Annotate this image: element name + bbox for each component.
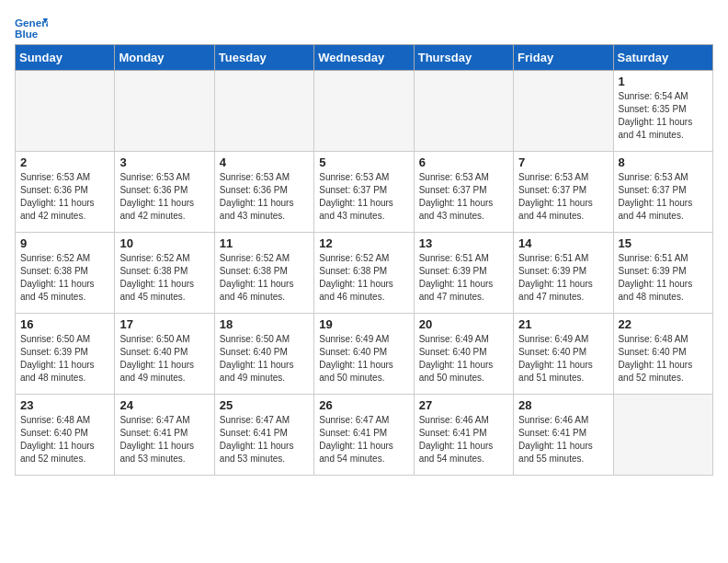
day-number: 22: [619, 317, 708, 331]
day-number: 2: [20, 155, 109, 169]
day-number: 15: [619, 236, 708, 250]
day-info: Sunrise: 6:54 AMSunset: 6:35 PMDaylight:…: [619, 90, 708, 142]
calendar-cell: 8Sunrise: 6:53 AMSunset: 6:37 PMDaylight…: [613, 152, 712, 233]
svg-text:Blue: Blue: [15, 28, 39, 40]
calendar-cell: 6Sunrise: 6:53 AMSunset: 6:37 PMDaylight…: [414, 152, 513, 233]
day-number: 28: [518, 398, 608, 412]
calendar-cell: 28Sunrise: 6:46 AMSunset: 6:41 PMDayligh…: [514, 395, 613, 476]
col-header-tuesday: Tuesday: [214, 45, 313, 71]
day-info: Sunrise: 6:50 AMSunset: 6:40 PMDaylight:…: [119, 333, 209, 385]
logo-icon: General Blue: [15, 15, 48, 40]
day-number: 6: [419, 155, 508, 169]
calendar-cell: 16Sunrise: 6:50 AMSunset: 6:39 PMDayligh…: [16, 314, 115, 395]
day-number: 4: [220, 155, 309, 169]
day-number: 19: [319, 317, 408, 331]
calendar-cell: 13Sunrise: 6:51 AMSunset: 6:39 PMDayligh…: [414, 233, 513, 314]
calendar-cell: 7Sunrise: 6:53 AMSunset: 6:37 PMDaylight…: [514, 152, 613, 233]
calendar-cell: 20Sunrise: 6:49 AMSunset: 6:40 PMDayligh…: [414, 314, 513, 395]
day-info: Sunrise: 6:46 AMSunset: 6:41 PMDaylight:…: [419, 414, 508, 465]
day-info: Sunrise: 6:47 AMSunset: 6:41 PMDaylight:…: [220, 414, 309, 465]
day-info: Sunrise: 6:49 AMSunset: 6:40 PMDaylight:…: [419, 333, 508, 385]
day-info: Sunrise: 6:51 AMSunset: 6:39 PMDaylight:…: [518, 252, 608, 304]
calendar-header-row: SundayMondayTuesdayWednesdayThursdayFrid…: [16, 45, 713, 71]
day-number: 18: [220, 317, 309, 331]
day-info: Sunrise: 6:49 AMSunset: 6:40 PMDaylight:…: [319, 333, 408, 385]
col-header-saturday: Saturday: [613, 45, 712, 71]
calendar-cell: 5Sunrise: 6:53 AMSunset: 6:37 PMDaylight…: [314, 152, 414, 233]
col-header-friday: Friday: [514, 45, 613, 71]
day-number: 27: [419, 398, 508, 412]
day-info: Sunrise: 6:51 AMSunset: 6:39 PMDaylight:…: [619, 252, 708, 304]
calendar-cell: 27Sunrise: 6:46 AMSunset: 6:41 PMDayligh…: [414, 395, 513, 476]
day-number: 1: [619, 75, 708, 88]
day-number: 5: [319, 155, 408, 169]
week-row-2: 2Sunrise: 6:53 AMSunset: 6:36 PMDaylight…: [16, 152, 713, 233]
week-row-1: 1Sunrise: 6:54 AMSunset: 6:35 PMDaylight…: [16, 71, 713, 152]
calendar-cell: [613, 395, 712, 476]
day-number: 17: [119, 317, 209, 331]
day-number: 11: [220, 236, 309, 250]
day-info: Sunrise: 6:52 AMSunset: 6:38 PMDaylight:…: [20, 252, 109, 304]
calendar-cell: 3Sunrise: 6:53 AMSunset: 6:36 PMDaylight…: [115, 152, 214, 233]
day-number: 24: [119, 398, 209, 412]
day-info: Sunrise: 6:46 AMSunset: 6:41 PMDaylight:…: [518, 414, 608, 465]
calendar-cell: [115, 71, 214, 152]
week-row-5: 23Sunrise: 6:48 AMSunset: 6:40 PMDayligh…: [16, 395, 713, 476]
day-info: Sunrise: 6:50 AMSunset: 6:39 PMDaylight:…: [20, 333, 109, 385]
day-number: 9: [20, 236, 109, 250]
calendar-table: SundayMondayTuesdayWednesdayThursdayFrid…: [15, 44, 713, 476]
day-info: Sunrise: 6:52 AMSunset: 6:38 PMDaylight:…: [319, 252, 408, 304]
calendar-cell: [514, 71, 613, 152]
day-number: 16: [20, 317, 109, 331]
calendar-cell: 10Sunrise: 6:52 AMSunset: 6:38 PMDayligh…: [115, 233, 214, 314]
day-number: 13: [419, 236, 508, 250]
day-info: Sunrise: 6:53 AMSunset: 6:36 PMDaylight:…: [220, 171, 309, 223]
col-header-wednesday: Wednesday: [314, 45, 414, 71]
calendar-cell: [314, 71, 414, 152]
day-info: Sunrise: 6:53 AMSunset: 6:37 PMDaylight:…: [319, 171, 408, 223]
calendar-cell: [16, 71, 115, 152]
day-number: 20: [419, 317, 508, 331]
day-info: Sunrise: 6:51 AMSunset: 6:39 PMDaylight:…: [419, 252, 508, 304]
day-info: Sunrise: 6:48 AMSunset: 6:40 PMDaylight:…: [619, 333, 708, 385]
page-header: General Blue: [15, 15, 713, 40]
day-info: Sunrise: 6:49 AMSunset: 6:40 PMDaylight:…: [518, 333, 608, 385]
calendar-cell: 22Sunrise: 6:48 AMSunset: 6:40 PMDayligh…: [613, 314, 712, 395]
col-header-sunday: Sunday: [16, 45, 115, 71]
day-info: Sunrise: 6:53 AMSunset: 6:37 PMDaylight:…: [419, 171, 508, 223]
day-info: Sunrise: 6:50 AMSunset: 6:40 PMDaylight:…: [220, 333, 309, 385]
day-info: Sunrise: 6:48 AMSunset: 6:40 PMDaylight:…: [20, 414, 109, 465]
day-number: 10: [119, 236, 209, 250]
col-header-monday: Monday: [115, 45, 214, 71]
calendar-cell: 25Sunrise: 6:47 AMSunset: 6:41 PMDayligh…: [214, 395, 313, 476]
day-number: 3: [119, 155, 209, 169]
day-number: 26: [319, 398, 408, 412]
day-number: 12: [319, 236, 408, 250]
calendar-cell: 1Sunrise: 6:54 AMSunset: 6:35 PMDaylight…: [613, 71, 712, 152]
day-info: Sunrise: 6:47 AMSunset: 6:41 PMDaylight:…: [119, 414, 209, 465]
day-info: Sunrise: 6:53 AMSunset: 6:36 PMDaylight:…: [20, 171, 109, 223]
day-info: Sunrise: 6:52 AMSunset: 6:38 PMDaylight:…: [119, 252, 209, 304]
day-number: 25: [220, 398, 309, 412]
day-info: Sunrise: 6:53 AMSunset: 6:37 PMDaylight:…: [619, 171, 708, 223]
calendar-cell: [214, 71, 313, 152]
calendar-cell: 4Sunrise: 6:53 AMSunset: 6:36 PMDaylight…: [214, 152, 313, 233]
day-info: Sunrise: 6:53 AMSunset: 6:37 PMDaylight:…: [518, 171, 608, 223]
day-number: 21: [518, 317, 608, 331]
calendar-cell: 24Sunrise: 6:47 AMSunset: 6:41 PMDayligh…: [115, 395, 214, 476]
day-number: 7: [518, 155, 608, 169]
calendar-cell: 23Sunrise: 6:48 AMSunset: 6:40 PMDayligh…: [16, 395, 115, 476]
day-info: Sunrise: 6:47 AMSunset: 6:41 PMDaylight:…: [319, 414, 408, 465]
week-row-3: 9Sunrise: 6:52 AMSunset: 6:38 PMDaylight…: [16, 233, 713, 314]
calendar-cell: 14Sunrise: 6:51 AMSunset: 6:39 PMDayligh…: [514, 233, 613, 314]
calendar-cell: 19Sunrise: 6:49 AMSunset: 6:40 PMDayligh…: [314, 314, 414, 395]
week-row-4: 16Sunrise: 6:50 AMSunset: 6:39 PMDayligh…: [16, 314, 713, 395]
calendar-cell: 17Sunrise: 6:50 AMSunset: 6:40 PMDayligh…: [115, 314, 214, 395]
calendar-cell: 2Sunrise: 6:53 AMSunset: 6:36 PMDaylight…: [16, 152, 115, 233]
calendar-cell: 21Sunrise: 6:49 AMSunset: 6:40 PMDayligh…: [514, 314, 613, 395]
day-info: Sunrise: 6:53 AMSunset: 6:36 PMDaylight:…: [119, 171, 209, 223]
day-number: 8: [619, 155, 708, 169]
col-header-thursday: Thursday: [414, 45, 513, 71]
calendar-cell: 12Sunrise: 6:52 AMSunset: 6:38 PMDayligh…: [314, 233, 414, 314]
calendar-cell: 26Sunrise: 6:47 AMSunset: 6:41 PMDayligh…: [314, 395, 414, 476]
